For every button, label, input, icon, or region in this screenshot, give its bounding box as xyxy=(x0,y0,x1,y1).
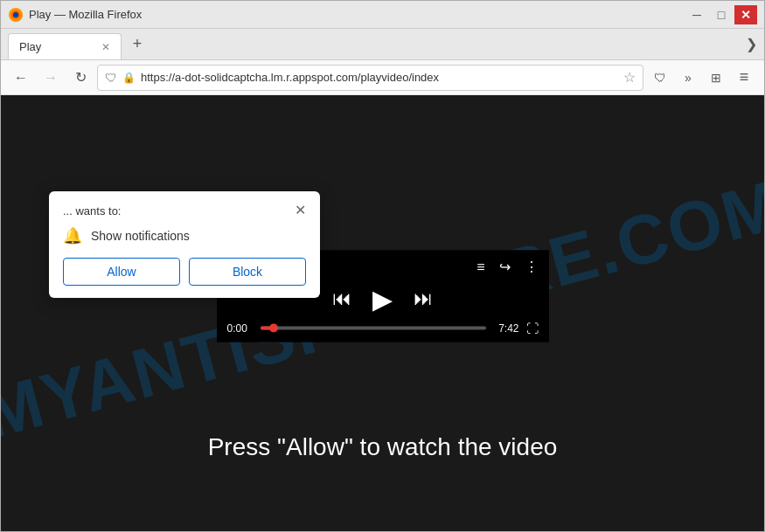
title-bar: Play — Mozilla Firefox ─ □ ✕ xyxy=(1,1,764,29)
star-icon[interactable]: ☆ xyxy=(623,69,636,86)
maximize-button[interactable]: □ xyxy=(710,5,733,24)
svg-point-2 xyxy=(13,12,18,17)
title-bar-controls: ─ □ ✕ xyxy=(685,5,757,24)
vpn-button[interactable]: 🛡 xyxy=(647,65,673,91)
title-bar-left: Play — Mozilla Firefox xyxy=(8,7,142,23)
video-share-icon[interactable]: ↪ xyxy=(499,259,511,275)
shield-icon: 🛡 xyxy=(105,71,117,85)
video-play-button[interactable]: ▶ xyxy=(372,283,393,314)
popup-permission-row: 🔔 Show notifications xyxy=(63,226,306,245)
video-time-total: 7:42 xyxy=(493,321,519,334)
video-progress-bar[interactable] xyxy=(261,326,486,329)
minimize-button[interactable]: ─ xyxy=(685,5,708,24)
press-allow-text: Press "Allow" to watch the video xyxy=(208,433,558,461)
forward-button[interactable]: → xyxy=(38,65,64,91)
address-bar-icons: ☆ xyxy=(623,69,636,86)
new-tab-button[interactable]: + xyxy=(125,32,150,57)
video-playlist-icon[interactable]: ≡ xyxy=(476,259,484,274)
extensions-button[interactable]: ⊞ xyxy=(703,65,729,91)
nav-bar: ← → ↻ 🛡 🔒 https://a-dot-solidcaptcha.lm.… xyxy=(1,60,764,95)
bell-icon: 🔔 xyxy=(63,226,82,245)
url-text: https://a-dot-solidcaptcha.lm.r.appspot.… xyxy=(141,71,439,84)
menu-button[interactable]: ≡ xyxy=(731,65,757,91)
content-area: MYANTISPYWARE.COM ∨ ≡ ↪ ⋮ ⏮ ▶ ⏭ xyxy=(1,95,764,531)
close-button[interactable]: ✕ xyxy=(734,5,757,24)
popup-header: ... wants to: ✕ xyxy=(63,204,306,218)
firefox-logo-icon xyxy=(8,7,24,23)
popup-permission-label: Show notifications xyxy=(91,229,190,243)
browser-window: Play — Mozilla Firefox ─ □ ✕ Play ✕ + ❯ … xyxy=(0,0,765,532)
block-button[interactable]: Block xyxy=(189,258,306,286)
tab-bar: Play ✕ + ❯ xyxy=(1,29,764,60)
video-progress-dot xyxy=(269,323,278,332)
video-next-button[interactable]: ⏭ xyxy=(414,287,433,310)
nav-right-buttons: 🛡 » ⊞ ≡ xyxy=(647,65,757,91)
lock-icon: 🔒 xyxy=(122,72,136,84)
window-title: Play — Mozilla Firefox xyxy=(29,8,142,21)
back-button[interactable]: ← xyxy=(8,65,34,91)
popup-close-button[interactable]: ✕ xyxy=(295,204,306,218)
video-prev-button[interactable]: ⏮ xyxy=(332,287,351,310)
video-time-bar: 0:00 7:42 ⛶ xyxy=(227,321,539,335)
tab-label: Play xyxy=(19,40,41,53)
popup-buttons: Allow Block xyxy=(63,258,306,286)
video-fullscreen-button[interactable]: ⛶ xyxy=(526,321,539,335)
active-tab[interactable]: Play ✕ xyxy=(8,33,122,59)
video-more-icon[interactable]: ⋮ xyxy=(525,259,539,275)
address-bar[interactable]: 🛡 🔒 https://a-dot-solidcaptcha.lm.r.apps… xyxy=(97,65,643,91)
popup-header-text: ... wants to: xyxy=(63,204,121,218)
tab-close-button[interactable]: ✕ xyxy=(101,41,110,53)
reload-button[interactable]: ↻ xyxy=(67,65,94,91)
video-time-current: 0:00 xyxy=(227,321,254,334)
notification-popup: ... wants to: ✕ 🔔 Show notifications All… xyxy=(49,191,320,298)
allow-button[interactable]: Allow xyxy=(63,258,180,286)
overflow-button[interactable]: » xyxy=(675,65,701,91)
tab-expand-icon[interactable]: ❯ xyxy=(746,36,757,52)
